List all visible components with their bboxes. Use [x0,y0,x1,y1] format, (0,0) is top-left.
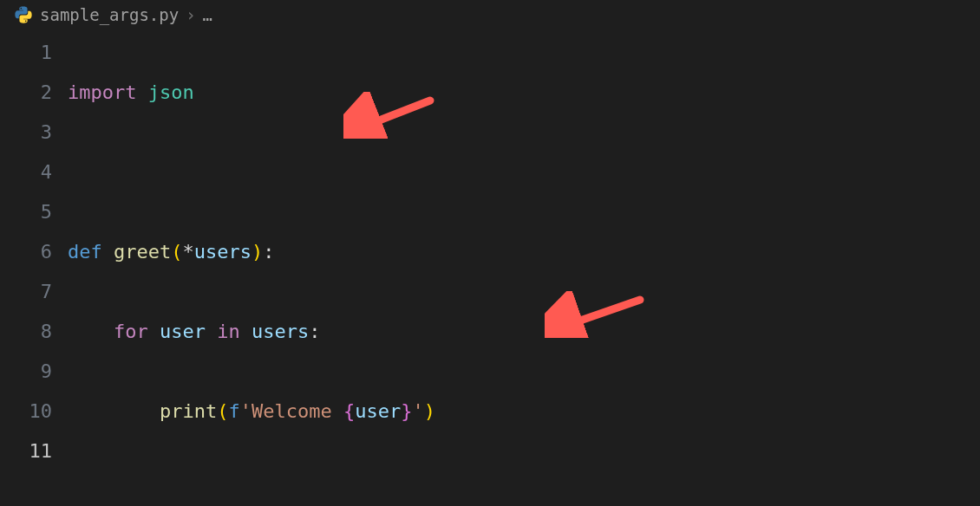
line-number[interactable]: 9 [16,352,52,392]
keyword-for: for [114,321,148,342]
chevron-right-icon: › [186,5,195,24]
keyword-in: in [217,321,240,342]
line-number[interactable]: 5 [16,192,52,232]
paren-open: ( [217,400,228,422]
colon: : [309,321,320,342]
breadcrumb-ellipsis[interactable]: … [203,5,212,24]
f-prefix: f [228,400,239,422]
brace-open: { [343,400,355,422]
paren-close: ) [252,241,263,263]
star-operator: * [182,241,193,263]
string-welcome: 'Welcome [240,400,343,422]
line-number[interactable]: 3 [16,113,52,152]
line-number[interactable]: 2 [16,73,52,113]
paren-close: ) [424,400,435,422]
colon: : [263,241,274,263]
line-number[interactable]: 1 [16,33,52,73]
line-number[interactable]: 8 [16,312,52,352]
keyword-import: import [68,81,136,103]
param-users: users [194,241,252,263]
brace-close: } [401,400,412,422]
line-number[interactable]: 10 [16,392,52,431]
line-number-gutter[interactable]: 1 2 3 4 5 6 7 8 9 10 11 [0,29,68,506]
string-closequote: ' [412,400,423,422]
var-user: user [355,400,401,422]
code-editor: sample_args.py › … 1 2 3 4 5 6 7 8 9 10 … [0,0,980,506]
var-users: users [252,321,309,342]
module-json: json [148,81,194,103]
code-content[interactable]: import json def greet(*users): for user … [68,29,980,506]
python-icon [14,5,33,24]
line-number[interactable]: 7 [16,272,52,312]
func-greet: greet [114,241,171,263]
keyword-def: def [68,241,102,263]
func-print: print [160,400,217,422]
line-number[interactable]: 4 [16,152,52,192]
paren-open: ( [171,241,182,263]
breadcrumb-filename[interactable]: sample_args.py [40,5,179,24]
var-user: user [160,321,206,342]
breadcrumb[interactable]: sample_args.py › … [0,0,980,29]
line-number[interactable]: 11 [16,431,52,471]
line-number[interactable]: 6 [16,232,52,272]
